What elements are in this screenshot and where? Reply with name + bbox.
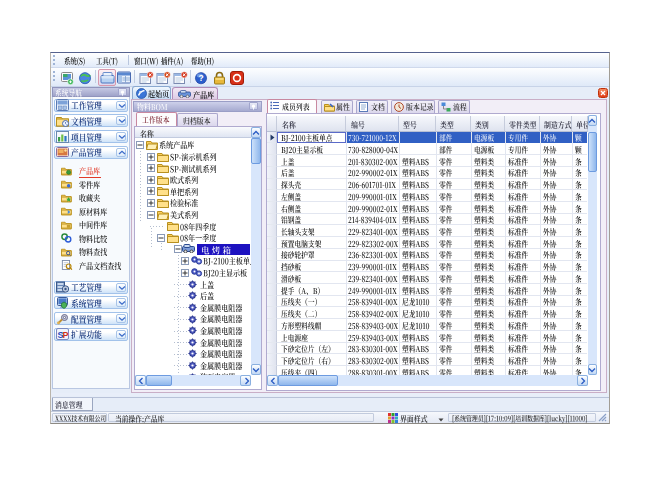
svg-text:?: ? xyxy=(198,73,203,83)
svg-text:P: P xyxy=(63,330,69,340)
